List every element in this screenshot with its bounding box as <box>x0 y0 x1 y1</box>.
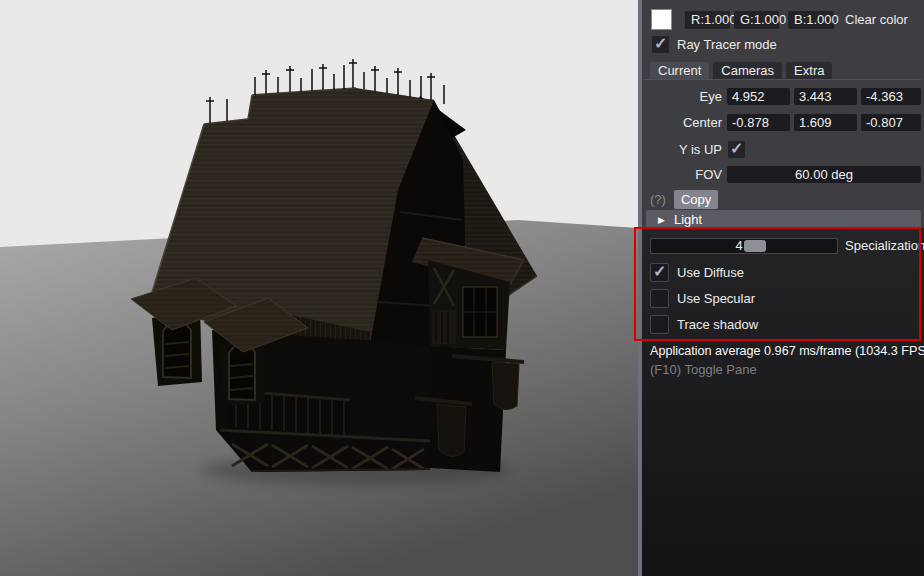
light-section-header[interactable]: ▶ Light <box>646 210 921 229</box>
checkmark-icon: ✓ <box>654 34 667 53</box>
specialization-slider[interactable]: 4 <box>650 238 838 254</box>
app-window: R:1.000 G:1.000 B:1.000 Clear color ✓ Ra… <box>0 0 924 576</box>
specialization-label: Specialization <box>845 238 924 254</box>
trace-shadow-checkbox[interactable]: ✓ <box>650 315 669 334</box>
settings-pane: R:1.000 G:1.000 B:1.000 Clear color ✓ Ra… <box>642 0 924 576</box>
toggle-pane-hint: (F10) Toggle Pane <box>650 362 757 377</box>
tab-extra[interactable]: Extra <box>786 62 832 79</box>
use-specular-checkbox[interactable]: ✓ <box>650 289 669 308</box>
checkmark-icon: ✓ <box>730 139 743 158</box>
use-specular-label: Use Specular <box>677 291 755 306</box>
fov-slider[interactable]: 60.00 deg <box>727 166 921 183</box>
scene-render <box>0 0 638 576</box>
use-diffuse-label: Use Diffuse <box>677 265 744 280</box>
frame-stats-text: Application average 0.967 ms/frame (1034… <box>650 344 922 358</box>
center-x-field[interactable]: -0.878 <box>727 114 790 131</box>
tab-current[interactable]: Current <box>650 62 709 79</box>
eye-y-field[interactable]: 3.443 <box>794 88 857 105</box>
tab-cameras[interactable]: Cameras <box>713 62 782 79</box>
green-value-button[interactable]: G:1.000 <box>734 11 779 29</box>
viewport-3d[interactable] <box>0 0 638 576</box>
tabbar-separator <box>644 79 922 80</box>
center-z-field[interactable]: -0.807 <box>861 114 921 131</box>
center-y-field[interactable]: 1.609 <box>794 114 857 131</box>
trace-shadow-label: Trace shadow <box>677 317 758 332</box>
eye-label: Eye <box>642 88 722 105</box>
red-value-button[interactable]: R:1.000 <box>685 11 730 29</box>
blue-value-button[interactable]: B:1.000 <box>788 11 834 29</box>
ray-tracer-mode-checkbox[interactable]: ✓ <box>651 35 670 54</box>
fov-label: FOV <box>642 166 722 183</box>
help-mark: (?) <box>650 192 666 207</box>
y-up-checkbox[interactable]: ✓ <box>727 140 746 159</box>
chevron-right-icon: ▶ <box>658 215 665 225</box>
light-section-label: Light <box>674 212 702 227</box>
clear-color-label: Clear color <box>845 12 908 27</box>
copy-button[interactable]: Copy <box>674 190 718 209</box>
center-label: Center <box>642 114 722 131</box>
checkmark-icon: ✓ <box>653 262 666 281</box>
y-up-label: Y is UP <box>642 141 722 158</box>
slider-grab-handle[interactable] <box>744 240 766 252</box>
use-diffuse-checkbox[interactable]: ✓ <box>650 263 669 282</box>
ray-tracer-mode-label: Ray Tracer mode <box>677 37 777 52</box>
clear-color-swatch[interactable] <box>651 9 672 30</box>
eye-x-field[interactable]: 4.952 <box>727 88 790 105</box>
eye-z-field[interactable]: -4.363 <box>861 88 921 105</box>
specialization-value: 4 <box>651 239 827 253</box>
